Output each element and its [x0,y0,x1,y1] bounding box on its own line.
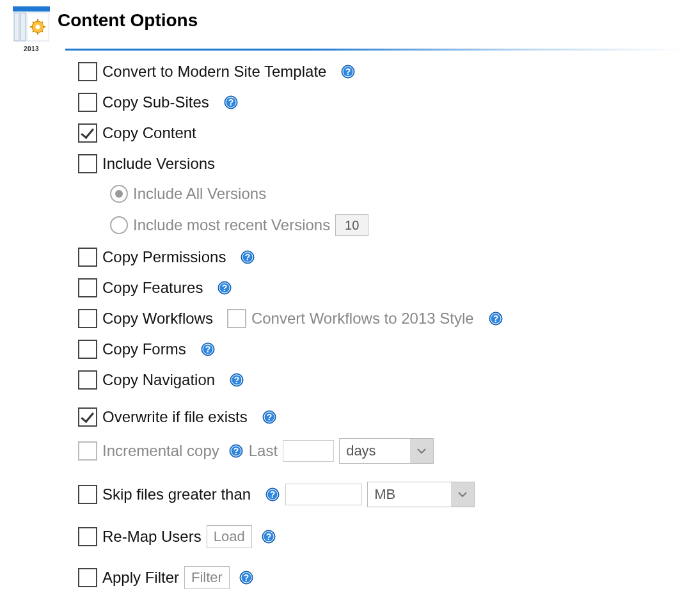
skip-files-unit-select[interactable]: MB [367,482,475,507]
skip-files-label: Skip files greater than [102,486,251,503]
skip-files-unit-value: MB [368,482,451,507]
chevron-down-icon [451,482,474,507]
svg-text:?: ? [493,313,498,324]
copy-workflows-label: Copy Workflows [102,310,213,328]
page-title: Content Options [58,6,198,31]
svg-text:?: ? [234,375,240,385]
help-icon[interactable]: ? [240,249,255,265]
svg-text:?: ? [265,532,271,542]
header-rule [65,49,683,51]
copy-content-label: Copy Content [102,124,196,142]
svg-text:?: ? [245,252,251,262]
include-recent-versions-radio[interactable] [110,216,128,234]
svg-text:?: ? [205,344,210,354]
svg-text:?: ? [233,446,239,456]
remap-users-checkbox[interactable] [78,527,97,546]
include-versions-label: Include Versions [102,155,215,173]
svg-text:?: ? [222,283,228,293]
incremental-unit-value: days [340,439,410,463]
skip-files-checkbox[interactable] [78,485,97,504]
remap-users-label: Re-Map Users [102,528,202,546]
svg-rect-1 [14,13,19,41]
chevron-down-icon [410,439,433,463]
overwrite-checkbox[interactable] [78,407,97,427]
copy-content-checkbox[interactable] [78,123,97,143]
help-icon[interactable]: ? [228,443,244,459]
help-icon[interactable]: ? [340,64,356,79]
apply-filter-button[interactable]: Filter [184,566,230,589]
copy-forms-label: Copy Forms [102,340,186,358]
help-icon[interactable]: ? [261,529,276,544]
help-icon[interactable]: ? [239,570,254,585]
svg-line-11 [33,31,34,32]
help-icon[interactable]: ? [229,372,244,388]
incremental-copy-label: Incremental copy [102,442,219,460]
apply-filter-label: Apply Filter [102,569,179,587]
overwrite-label: Overwrite if file exists [102,408,248,426]
svg-rect-2 [20,13,26,41]
svg-text:?: ? [345,67,351,77]
copy-navigation-label: Copy Navigation [102,371,215,389]
recent-versions-input[interactable]: 10 [335,214,368,236]
svg-text:?: ? [270,489,276,500]
content-options-icon: 2013 [13,6,50,43]
header: 2013 Content Options [13,6,683,43]
incremental-value-input[interactable] [283,440,334,462]
include-all-versions-label: Include All Versions [133,185,266,203]
help-icon[interactable]: ? [262,409,277,425]
copy-subsites-label: Copy Sub-Sites [102,93,209,111]
copy-features-label: Copy Features [102,279,203,297]
copy-workflows-checkbox[interactable] [78,309,97,328]
copy-subsites-checkbox[interactable] [78,93,97,112]
incremental-unit-select[interactable]: days [339,438,434,464]
svg-text:?: ? [266,412,272,422]
help-icon[interactable]: ? [265,487,280,502]
apply-filter-checkbox[interactable] [78,568,97,587]
svg-line-10 [42,31,43,32]
incremental-last-label: Last [249,442,278,460]
icon-year-label: 2013 [13,45,50,52]
incremental-copy-checkbox [78,441,97,461]
help-icon[interactable]: ? [488,311,503,326]
convert-workflows-checkbox [227,309,246,328]
copy-permissions-label: Copy Permissions [102,248,226,266]
remap-users-load-button[interactable]: Load [207,525,252,548]
include-all-versions-radio[interactable] [110,185,128,203]
help-icon[interactable]: ? [200,342,216,357]
help-icon[interactable]: ? [217,280,232,296]
convert-modern-checkbox[interactable] [78,62,97,81]
svg-text:?: ? [228,97,233,107]
svg-line-12 [42,22,43,23]
include-recent-versions-label: Include most recent Versions [133,216,330,234]
help-icon[interactable]: ? [223,95,239,110]
copy-permissions-checkbox[interactable] [78,248,97,267]
svg-point-13 [36,25,40,29]
svg-text:?: ? [244,573,249,583]
convert-modern-label: Convert to Modern Site Template [102,63,326,81]
copy-forms-checkbox[interactable] [78,340,97,359]
copy-navigation-checkbox[interactable] [78,370,97,390]
svg-line-9 [33,22,34,23]
svg-rect-0 [13,6,50,12]
include-versions-checkbox[interactable] [78,154,97,173]
options-panel: Convert to Modern Site Template ? Copy S… [78,62,683,589]
skip-files-value-input[interactable] [285,484,362,505]
convert-workflows-label: Convert Workflows to 2013 Style [251,310,474,328]
copy-features-checkbox[interactable] [78,278,97,297]
